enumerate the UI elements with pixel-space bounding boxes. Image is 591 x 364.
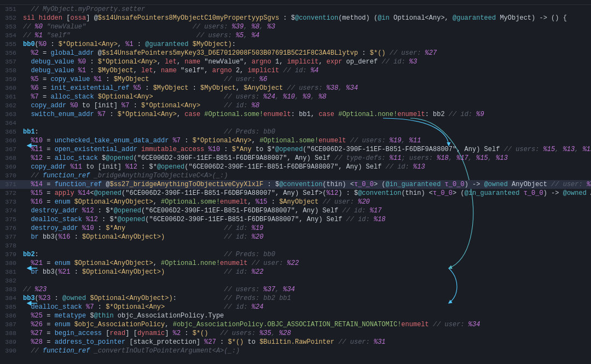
line-content: debug_value %1 : $MyObject, let, name "s… xyxy=(21,66,591,75)
line-content: // function_ref _convertInOutToPointerAr… xyxy=(21,346,591,355)
line-content: %5 = copy_value %1 : $MyObject // user: … xyxy=(21,75,591,84)
table-row: 354// %1 "self" // users: %5, %4 xyxy=(0,31,591,40)
line-content: sil hidden [ossa] @$s14UnsafePointers8My… xyxy=(21,14,591,22)
table-row: 368 %12 = alloc_stack $@opened("6CE006D2… xyxy=(0,154,591,163)
table-row: 378 xyxy=(0,241,591,250)
line-number: 382 xyxy=(0,276,21,285)
line-number: 354 xyxy=(0,31,21,40)
line-content: dealloc_stack %12 : $*@opened("6CE006D2-… xyxy=(21,215,591,224)
line-number: 356 xyxy=(0,49,21,57)
line-number: 351 xyxy=(0,5,21,14)
line-content: bb3(%23 : @owned $Optional<AnyObject>): … xyxy=(21,294,591,303)
table-row: 387 %26 = enum $objc_AssociationPolicy, … xyxy=(0,320,591,329)
line-number: 375 xyxy=(0,215,21,224)
table-row: 379bb2: // Preds: bb0 xyxy=(0,250,591,259)
table-row: 389 %28 = address_to_pointer [stack_prot… xyxy=(0,338,591,346)
table-row: 355bb0(%0 : $*Optional<Any>, %1 : @guara… xyxy=(0,40,591,49)
table-row: 376 destroy_addr %10 : $*Any // id: %19 xyxy=(0,224,591,233)
line-number: 371 xyxy=(0,180,21,189)
table-row: 361 %7 = alloc_stack $Optional<Any> // u… xyxy=(0,93,591,101)
line-content: %25 = metatype $@thin objc_AssociationPo… xyxy=(21,311,591,320)
line-number: 364 xyxy=(0,119,21,128)
line-number: 358 xyxy=(0,66,21,75)
table-row: 357 debug_value %0 : $*Optional<Any>, le… xyxy=(0,57,591,66)
line-number: 359 xyxy=(0,75,21,84)
line-number: 368 xyxy=(0,154,21,163)
line-content: // %0 "newValue" // users: %39, %8, %3 xyxy=(21,22,591,31)
table-row: 358 debug_value %1 : $MyObject, let, nam… xyxy=(0,66,591,75)
table-row: 353// %0 "newValue" // users: %39, %8, %… xyxy=(0,22,591,31)
table-row: 366 %10 = unchecked_take_enum_data_addr … xyxy=(0,136,591,145)
line-content: br bb3(%21 : $Optional<AnyObject>) // id… xyxy=(21,268,591,276)
line-number: 366 xyxy=(0,136,21,145)
line-content: copy_addr %11 to [init] %12 : $*@opened(… xyxy=(21,163,591,171)
table-row: 390 // function_ref _convertInOutToPoint… xyxy=(0,346,591,355)
line-number: 363 xyxy=(0,110,21,119)
line-content: %14 = function_ref @$ss27_bridgeAnything… xyxy=(21,180,591,189)
line-content: %28 = address_to_pointer [stack_protecti… xyxy=(21,338,591,346)
line-number: 367 xyxy=(0,145,21,154)
line-content: br bb3(%16 : $Optional<AnyObject>) // id… xyxy=(21,233,591,241)
table-row: 362 copy_addr %0 to [init] %7 : $*Option… xyxy=(0,101,591,110)
line-content: // %1 "self" // users: %5, %4 xyxy=(21,31,591,40)
line-number: 388 xyxy=(0,329,21,338)
code-lines: 351 // MyObject.myProperty.setter352sil … xyxy=(0,5,591,355)
line-number: 385 xyxy=(0,303,21,311)
line-content: %15 = apply %14<@opened("6CE006D2-390F-1… xyxy=(21,189,591,198)
line-content: %2 = global_addr @$s14UnsafePointers5myK… xyxy=(21,49,591,57)
line-number: 376 xyxy=(0,224,21,233)
line-number: 361 xyxy=(0,93,21,101)
line-content: // MyObject.myProperty.setter xyxy=(21,5,591,14)
table-row: 385 dealloc_stack %7 : $*Optional<Any> /… xyxy=(0,303,591,311)
table-row: 377 br bb3(%16 : $Optional<AnyObject>) /… xyxy=(0,233,591,241)
line-number: 362 xyxy=(0,101,21,110)
line-content: copy_addr %0 to [init] %7 : $*Optional<A… xyxy=(21,101,591,110)
table-row: 352sil hidden [ossa] @$s14UnsafePointers… xyxy=(0,14,591,22)
line-number: 360 xyxy=(0,84,21,93)
table-row: 356 %2 = global_addr @$s14UnsafePointers… xyxy=(0,49,591,57)
line-number: 372 xyxy=(0,189,21,198)
line-content: %11 = open_existential_addr immutable_ac… xyxy=(21,145,591,154)
table-row: 359 %5 = copy_value %1 : $MyObject // us… xyxy=(0,75,591,84)
table-row: 367 %11 = open_existential_addr immutabl… xyxy=(0,145,591,154)
line-number: 374 xyxy=(0,206,21,215)
line-content: // %23 // users: %37, %34 xyxy=(21,285,591,294)
table-row: 374 destroy_addr %12 : $*@opened("6CE006… xyxy=(0,206,591,215)
line-number: 352 xyxy=(0,14,21,22)
table-row: 373 %16 = enum $Optional<AnyObject>, #Op… xyxy=(0,198,591,206)
line-number: 390 xyxy=(0,346,21,355)
table-row: 364 xyxy=(0,119,591,128)
line-number: 377 xyxy=(0,233,21,241)
line-number: 357 xyxy=(0,57,21,66)
line-number: 353 xyxy=(0,22,21,31)
line-content: %16 = enum $Optional<AnyObject>, #Option… xyxy=(21,198,591,206)
line-content: bb2: // Preds: bb0 xyxy=(21,250,591,259)
line-content: switch_enum_addr %7 : $*Optional<Any>, c… xyxy=(21,110,591,119)
table-row: 375 dealloc_stack %12 : $*@opened("6CE00… xyxy=(0,215,591,224)
line-number: 355 xyxy=(0,40,21,49)
line-number: 387 xyxy=(0,320,21,329)
line-number: 370 xyxy=(0,171,21,180)
line-number: 386 xyxy=(0,311,21,320)
table-row: 369 copy_addr %11 to [init] %12 : $*@ope… xyxy=(0,163,591,171)
line-number: 384 xyxy=(0,294,21,303)
line-number: 379 xyxy=(0,250,21,259)
line-content: // function_ref _bridgeAnythingToObjecti… xyxy=(21,171,591,180)
line-number: 378 xyxy=(0,241,21,250)
table-row: 381 br bb3(%21 : $Optional<AnyObject>) /… xyxy=(0,268,591,276)
line-content: %27 = begin_access [read] [dynamic] %2 :… xyxy=(21,329,591,338)
line-content: destroy_addr %10 : $*Any // id: %19 xyxy=(21,224,591,233)
line-number: 383 xyxy=(0,285,21,294)
line-content: %12 = alloc_stack $@opened("6CE006D2-390… xyxy=(21,154,591,163)
table-row: 372 %15 = apply %14<@opened("6CE006D2-39… xyxy=(0,189,591,198)
code-container: 351 // MyObject.myProperty.setter352sil … xyxy=(0,5,591,356)
line-content: bb0(%0 : $*Optional<Any>, %1 : @guarante… xyxy=(21,40,591,49)
table-row: 360 %6 = init_existential_ref %5 : $MyOb… xyxy=(0,84,591,93)
line-content: %10 = unchecked_take_enum_data_addr %7 :… xyxy=(21,136,591,145)
table-row: 388 %27 = begin_access [read] [dynamic] … xyxy=(0,329,591,338)
line-content: %6 = init_existential_ref %5 : $MyObject… xyxy=(21,84,591,93)
table-row: 363 switch_enum_addr %7 : $*Optional<Any… xyxy=(0,110,591,119)
table-row: 371 %14 = function_ref @$ss27_bridgeAnyt… xyxy=(0,180,591,189)
table-row: 386 %25 = metatype $@thin objc_Associati… xyxy=(0,311,591,320)
line-number: 380 xyxy=(0,259,21,268)
